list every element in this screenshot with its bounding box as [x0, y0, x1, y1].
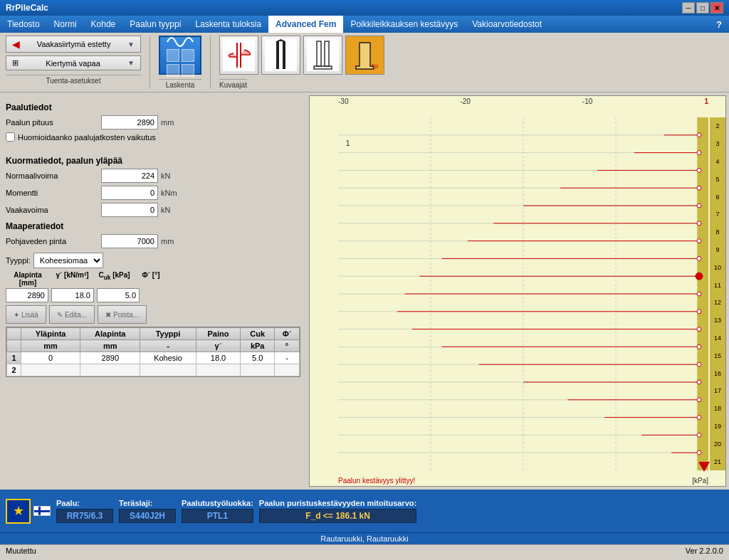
axis-num-16: 16 [714, 370, 721, 377]
vaakavoima-input[interactable] [101, 203, 158, 217]
main-container: ◀ Vaakasiirtymä estetty ▼ ⊞ Kiertymä vap… [0, 33, 729, 544]
normaalivoima-input[interactable] [101, 169, 158, 183]
vaakasiirtyma-button[interactable]: ◀ Vaakasiirtymä estetty ▼ [6, 36, 141, 53]
edita-label: Edita... [65, 311, 87, 319]
axis-num-5: 5 [715, 176, 719, 183]
momentti-input[interactable] [101, 186, 158, 200]
visualizer-icons: Fp [219, 36, 384, 75]
menu-advanced-fem[interactable]: Advanced Fem [268, 16, 343, 33]
chart-unit-label: [kPa] [692, 477, 708, 485]
delete-icon: ✖ [105, 311, 111, 319]
paalun-pituus-input[interactable] [101, 115, 158, 130]
lisaa-button[interactable]: ✦ Lisää [6, 305, 46, 324]
eu-logo: ★ [6, 499, 31, 524]
company-label: Rautaruukki, Rautaruukki [0, 532, 729, 544]
vaakavoima-unit: kN [161, 206, 182, 214]
menu-normi[interactable]: Normi [47, 16, 84, 33]
content-area: Paalutiedot Paalun pituus mm Huomioidaan… [0, 93, 729, 490]
cell-paino [196, 364, 241, 376]
vis-icon-3[interactable] [303, 36, 342, 75]
vaakavoima-label: Vaakavoima [6, 206, 98, 214]
title-bar: RrPileCalc ─ □ ✕ [0, 0, 729, 16]
pohjaveden-input[interactable] [101, 234, 158, 248]
menu-kohde[interactable]: Kohde [84, 16, 123, 33]
vaakasiirtyma-label: Vaakasiirtymä estetty [37, 40, 111, 48]
cell-alapinta [80, 364, 140, 376]
col-num [7, 328, 21, 340]
normaalivoima-unit: kN [161, 171, 182, 180]
cuk-input[interactable] [97, 288, 140, 302]
teraslaji-label: Teräslaji: [119, 499, 176, 507]
huomioidaanko-checkbox[interactable] [6, 132, 15, 142]
axis-label-minus10: -10 [582, 97, 592, 117]
laskenta-section-label: Laskenta [159, 79, 201, 89]
dark-pile-icon [265, 39, 297, 71]
vis-icon-1[interactable] [219, 36, 258, 75]
paalun-pituus-label: Paalun pituus [6, 118, 98, 127]
paalun-pituus-row: Paalun pituus mm [6, 115, 300, 130]
soil-table-container: Yläpinta Alapinta Tyyppi Paino Cuk Φ´ mm… [6, 327, 300, 377]
menu-laskenta-tuloksia[interactable]: Laskenta tuloksia [188, 16, 268, 33]
chart-container: -30 -20 -10 1 [309, 95, 726, 487]
normaalivoima-row: Normaalivoima kN [6, 169, 300, 183]
alapinta-input[interactable] [6, 288, 48, 302]
poista-button[interactable]: ✖ Poista... [98, 305, 147, 324]
menu-vakioarvotiedostot[interactable]: Vakioarvotiedostot [465, 16, 549, 33]
help-button[interactable]: ? [709, 16, 729, 33]
soil-header-alapinta: Alapinta [mm] [6, 271, 50, 287]
col-phi-unit: ° [275, 340, 300, 352]
cell-ylapinta: 0 [21, 352, 80, 364]
puristus-field: Paalun puristuskestävyyden mitoitusarvo:… [259, 499, 416, 523]
status-bar: ★ Paalu: RR75/6.3 Teräslaji: S440J2H [0, 490, 729, 532]
axis-num-6: 6 [715, 194, 719, 201]
laskenta-button[interactable] [159, 36, 201, 75]
minimize-button[interactable]: ─ [682, 2, 695, 14]
momentti-label: Momentti [6, 189, 98, 197]
left-panel: Paalutiedot Paalun pituus mm Huomioidaan… [0, 93, 306, 490]
filled-pile-icon: Fp [349, 39, 381, 71]
edita-button[interactable]: ✎ Edita... [49, 305, 95, 324]
kuvaajat-label: Kuvaajat [219, 79, 247, 89]
cell-cuk [241, 364, 275, 376]
tyyppi-select[interactable]: Koheesiomaa Kitkasmaa [33, 253, 103, 268]
gamma-input[interactable] [51, 288, 94, 302]
vis-icon-4[interactable]: Fp [345, 36, 384, 75]
svg-point-55 [697, 133, 701, 137]
right-axis: 2 3 4 5 6 7 8 9 10 11 12 13 14 15 16 17 [710, 117, 725, 470]
table-header-row: Yläpinta Alapinta Tyyppi Paino Cuk Φ´ [7, 328, 300, 340]
puristus-value: F_d <= 186.1 kN [259, 509, 416, 523]
chart-label-1: 1 [345, 139, 350, 147]
paalun-pituus-unit: mm [161, 118, 182, 127]
support-section-label: Tuenta-asetukset [6, 75, 141, 85]
cell-ylapinta [21, 364, 80, 376]
teraslaji-value: S440J2H [119, 509, 176, 523]
svg-point-58 [697, 186, 701, 190]
svg-point-60 [697, 221, 701, 226]
table-row: 2 [7, 364, 300, 376]
right-panel: -30 -20 -10 1 [306, 93, 729, 490]
menu-tiedosto[interactable]: Tiedosto [0, 16, 47, 33]
axis-num-19: 19 [714, 423, 721, 430]
svg-point-64 [697, 292, 701, 296]
checkbox-row: Huomioidaanko paalujatkosten vaikutus [6, 132, 300, 142]
menu-paalun-tyyppi[interactable]: Paalun tyyppi [122, 16, 188, 33]
pile-shape-icon [223, 39, 255, 71]
kiertymä-button[interactable]: ⊞ Kiertymä vapaa ▼ [6, 56, 141, 70]
cell-cuk: 5.0 [241, 352, 275, 364]
maximize-button[interactable]: □ [696, 2, 709, 14]
chart-bottom-row: Paalun kestävyys ylittyy! [kPa] [338, 477, 708, 485]
svg-rect-2 [276, 41, 279, 69]
col-paino-unit: γ´ [196, 340, 241, 352]
dropdown-arrow-icon: ▼ [127, 41, 135, 48]
cell-phi [275, 364, 300, 376]
paalutus-field: Paalutustyöluokka: PTL1 [182, 499, 253, 523]
close-button[interactable]: ✕ [710, 2, 723, 14]
menu-poikkileikkauksen[interactable]: Poikkileikkauksen kestävyys [343, 16, 465, 33]
vis-icon-2[interactable] [261, 36, 300, 75]
axis-num-9: 9 [715, 246, 719, 253]
paalu-value: RR75/6.3 [56, 509, 113, 523]
poista-label: Poista... [113, 311, 139, 319]
svg-point-62 [697, 256, 701, 260]
table-unit-row: mm mm - γ´ kPa ° [7, 340, 300, 352]
row-num: 1 [7, 352, 21, 364]
